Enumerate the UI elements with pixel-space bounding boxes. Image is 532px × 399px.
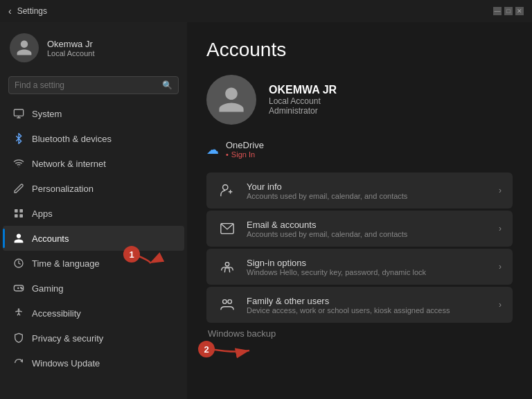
user-card: OKEMWA JR Local Account Administrator: [206, 75, 513, 125]
nav-list: System Bluetooth & devices Network & int…: [0, 101, 187, 399]
settings-item-family[interactable]: Family & other users Device access, work…: [206, 287, 513, 323]
settings-list: Your info Accounts used by email, calend…: [206, 172, 513, 323]
sidebar-label-system: System: [32, 109, 62, 119]
your-info-label: Your info: [247, 181, 489, 192]
signin-desc: Windows Hello, security key, password, d…: [247, 268, 489, 276]
sidebar-label-network: Network & internet: [32, 159, 106, 169]
minimize-button[interactable]: —: [493, 7, 502, 15]
onedrive-info: OneDrive Sign In: [226, 140, 264, 159]
search-icon: 🔍: [162, 80, 172, 90]
profile-name: Okemwa Jr: [47, 39, 95, 49]
onedrive-section[interactable]: ☁ OneDrive Sign In: [206, 139, 513, 160]
family-desc: Device access, work or school users, kio…: [247, 306, 489, 314]
signin-label: Sign-in options: [247, 258, 489, 268]
svg-point-10: [21, 288, 22, 289]
user-name: OKEMWA JR: [269, 84, 337, 96]
sidebar-item-network[interactable]: Network & internet: [3, 151, 184, 176]
signin-icon: [218, 257, 237, 276]
sidebar-label-personalization: Personalization: [32, 184, 94, 194]
shield-icon: [12, 332, 25, 344]
sidebar-label-gaming: Gaming: [32, 283, 64, 294]
settings-item-email[interactable]: Email & accounts Accounts used by email,…: [206, 211, 513, 247]
profile-section[interactable]: Okemwa Jr Local Account: [0, 22, 187, 73]
sidebar-item-time[interactable]: Time & language: [3, 251, 184, 276]
maximize-button[interactable]: □: [504, 7, 513, 15]
sidebar-item-personalization[interactable]: Personalization: [3, 176, 184, 201]
title-bar-controls: — □ ✕: [493, 7, 524, 15]
svg-rect-1: [15, 209, 18, 213]
onedrive-icon: ☁: [206, 142, 219, 157]
family-text: Family & other users Device access, work…: [247, 296, 489, 314]
title-bar-left: ‹ Settings: [8, 6, 47, 17]
email-icon: [218, 219, 237, 238]
svg-rect-2: [19, 209, 23, 213]
sidebar-label-accounts: Accounts: [32, 233, 69, 244]
title-bar-title: Settings: [17, 6, 47, 16]
sidebar-item-bluetooth[interactable]: Bluetooth & devices: [3, 126, 184, 151]
settings-item-signin[interactable]: Sign-in options Windows Hello, security …: [206, 249, 513, 285]
bluetooth-icon: [12, 132, 25, 145]
svg-point-11: [18, 308, 20, 310]
svg-point-16: [225, 263, 229, 267]
svg-point-18: [228, 300, 232, 304]
windows-backup-label: Windows backup: [208, 328, 276, 339]
svg-point-17: [223, 300, 227, 304]
user-account-type: Local Account: [269, 96, 337, 106]
network-icon: [12, 157, 25, 170]
family-icon: [218, 295, 237, 314]
settings-item-your-info[interactable]: Your info Accounts used by email, calend…: [206, 172, 513, 209]
email-chevron: ›: [499, 224, 502, 233]
email-text: Email & accounts Accounts used by email,…: [247, 220, 489, 238]
person-icon: [12, 232, 25, 245]
title-bar: ‹ Settings — □ ✕: [0, 0, 532, 22]
accessibility-icon: [12, 307, 25, 319]
svg-point-12: [223, 185, 228, 190]
sidebar-label-time: Time & language: [32, 258, 100, 269]
sidebar-item-gaming[interactable]: Gaming: [3, 276, 184, 301]
avatar: [10, 33, 39, 62]
sidebar-label-accessibility: Accessibility: [32, 308, 81, 319]
page-title: Accounts: [206, 39, 513, 61]
your-info-desc: Accounts used by email, calendar, and co…: [247, 192, 489, 200]
clock-icon: [12, 257, 25, 269]
search-box[interactable]: 🔍: [8, 76, 179, 94]
gaming-icon: [12, 282, 25, 294]
app-container: Okemwa Jr Local Account 🔍 System Bluetoo…: [0, 22, 532, 399]
svg-rect-3: [15, 214, 18, 218]
update-icon: [12, 357, 25, 369]
search-input[interactable]: [15, 80, 158, 90]
svg-rect-0: [14, 109, 23, 116]
onedrive-title: OneDrive: [226, 140, 264, 150]
email-desc: Accounts used by email, calendar, and co…: [247, 230, 489, 238]
back-button[interactable]: ‹: [8, 6, 12, 17]
apps-icon: [12, 207, 25, 220]
sidebar-item-accounts[interactable]: Accounts: [3, 226, 184, 251]
signin-text: Sign-in options Windows Hello, security …: [247, 258, 489, 276]
user-details: OKEMWA JR Local Account Administrator: [269, 84, 337, 116]
sidebar-label-windows-update: Windows Update: [32, 358, 100, 369]
sidebar: Okemwa Jr Local Account 🔍 System Bluetoo…: [0, 22, 187, 399]
user-avatar: [206, 75, 256, 125]
sidebar-item-apps[interactable]: Apps: [3, 201, 184, 226]
your-info-text: Your info Accounts used by email, calend…: [247, 181, 489, 200]
sidebar-item-windows-update[interactable]: Windows Update: [3, 351, 184, 375]
onedrive-status[interactable]: Sign In: [226, 150, 264, 159]
brush-icon: [12, 182, 25, 195]
user-role: Administrator: [269, 106, 337, 116]
main-content: Accounts OKEMWA JR Local Account Adminis…: [187, 22, 532, 399]
sidebar-label-privacy: Privacy & security: [32, 333, 103, 344]
family-chevron: ›: [499, 300, 502, 310]
sidebar-label-bluetooth: Bluetooth & devices: [32, 134, 112, 144]
your-info-icon: [218, 181, 237, 200]
sidebar-item-system[interactable]: System: [3, 101, 184, 126]
profile-type: Local Account: [47, 49, 95, 57]
family-label: Family & other users: [247, 296, 489, 306]
sidebar-label-apps: Apps: [32, 209, 53, 219]
sidebar-item-privacy[interactable]: Privacy & security: [3, 326, 184, 351]
system-icon: [12, 107, 25, 120]
svg-rect-4: [19, 214, 23, 218]
email-label: Email & accounts: [247, 220, 489, 230]
sidebar-item-accessibility[interactable]: Accessibility: [3, 301, 184, 326]
close-button[interactable]: ✕: [515, 7, 524, 15]
profile-info: Okemwa Jr Local Account: [47, 39, 95, 57]
